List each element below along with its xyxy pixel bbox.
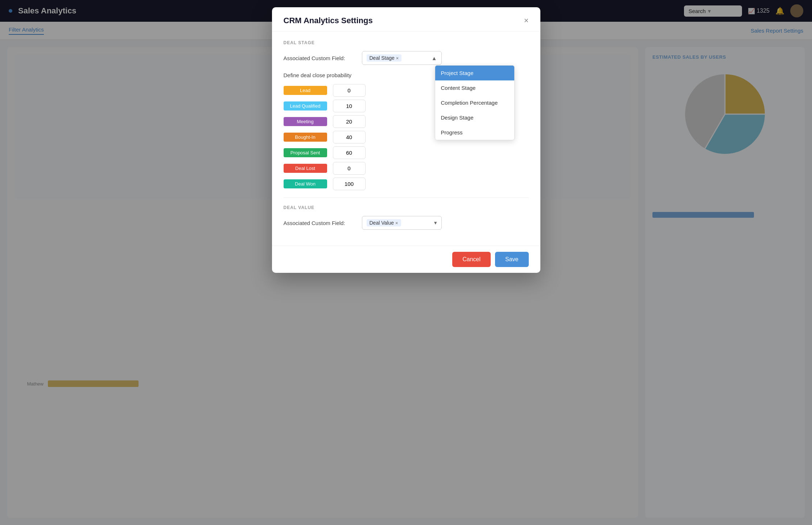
deal-stage-tag: Deal Stage ×: [367, 54, 402, 62]
deal-stage-dropdown: Project Stage Content Stage Completion P…: [435, 65, 515, 140]
prob-row-deal-won: Deal Won: [284, 178, 529, 190]
prob-row-deal-lost: Deal Lost: [284, 162, 529, 175]
select-arrow-icon: ▲: [432, 55, 437, 61]
deal-value-select[interactable]: Deal Value × ▾: [362, 216, 442, 230]
deal-stage-field-row: Associated Custom Field: Deal Stage × ▲ …: [284, 51, 529, 65]
prob-input-proposal-sent[interactable]: [333, 146, 366, 159]
modal-footer: Cancel Save: [272, 246, 540, 273]
deal-value-arrow-icon: ▾: [434, 220, 437, 226]
dropdown-item-project-stage[interactable]: Project Stage: [435, 66, 514, 80]
deal-value-remove-icon[interactable]: ×: [395, 220, 398, 226]
badge-meeting: Meeting: [284, 117, 327, 126]
prob-input-lead[interactable]: [333, 84, 366, 97]
deal-value-associated-label: Associated Custom Field:: [284, 220, 356, 226]
dropdown-item-content-stage[interactable]: Content Stage: [435, 80, 514, 95]
crm-settings-modal: CRM Analytics Settings × DEAL STAGE Asso…: [272, 7, 540, 273]
modal-overlay: CRM Analytics Settings × DEAL STAGE Asso…: [0, 0, 812, 525]
prob-input-meeting[interactable]: [333, 115, 366, 128]
save-button[interactable]: Save: [495, 252, 528, 267]
deal-value-tag-label: Deal Value: [370, 220, 394, 226]
badge-proposal-sent: Proposal Sent: [284, 148, 327, 157]
deal-stage-section-label: DEAL STAGE: [284, 40, 529, 45]
modal-title: CRM Analytics Settings: [284, 16, 373, 25]
dropdown-item-progress[interactable]: Progress: [435, 125, 514, 140]
prob-input-deal-won[interactable]: [333, 178, 366, 190]
prob-input-deal-lost[interactable]: [333, 162, 366, 175]
badge-bought-in: Bought-In: [284, 133, 327, 142]
deal-value-field-row: Associated Custom Field: Deal Value × ▾: [284, 216, 529, 230]
badge-lead-qualified: Lead Qualified: [284, 101, 327, 111]
deal-stage-remove-icon[interactable]: ×: [396, 55, 399, 61]
modal-close-button[interactable]: ×: [524, 17, 529, 25]
modal-header: CRM Analytics Settings ×: [272, 7, 540, 32]
badge-lead: Lead: [284, 86, 327, 95]
deal-value-section-label: DEAL VALUE: [284, 205, 529, 210]
dropdown-item-design-stage[interactable]: Design Stage: [435, 110, 514, 125]
modal-body: DEAL STAGE Associated Custom Field: Deal…: [272, 32, 540, 246]
section-divider: [284, 197, 529, 198]
prob-input-bought-in[interactable]: [333, 131, 366, 143]
prob-row-proposal-sent: Proposal Sent: [284, 146, 529, 159]
deal-stage-select[interactable]: Deal Stage × ▲ Project Stage Content Sta…: [362, 51, 442, 65]
deal-value-tag: Deal Value ×: [367, 219, 401, 226]
dropdown-item-completion-percentage[interactable]: Completion Percentage: [435, 95, 514, 110]
deal-stage-tag-label: Deal Stage: [370, 55, 395, 61]
badge-deal-won: Deal Won: [284, 179, 327, 188]
associated-field-label: Associated Custom Field:: [284, 55, 356, 61]
cancel-button[interactable]: Cancel: [452, 252, 491, 267]
prob-input-lead-qualified[interactable]: [333, 100, 366, 112]
badge-deal-lost: Deal Lost: [284, 164, 327, 173]
